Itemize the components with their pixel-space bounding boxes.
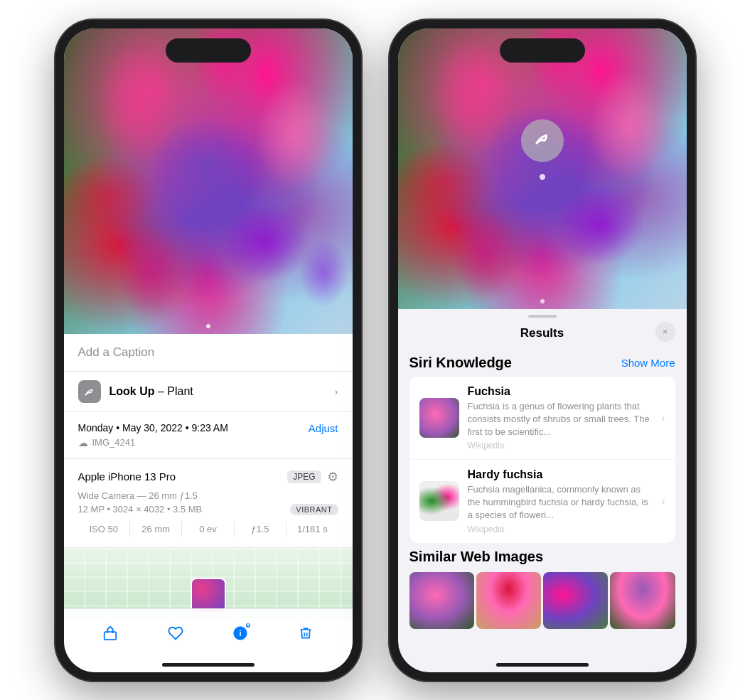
lookup-chevron: ›	[335, 386, 338, 397]
page-dot-right	[540, 299, 545, 303]
results-body: Siri Knowledge Show More Fuchsia Fuchsia…	[398, 346, 687, 629]
dynamic-island-left	[166, 38, 251, 63]
flower-overlay-right	[398, 28, 687, 309]
similar-img-3[interactable]	[543, 572, 608, 629]
filename: IMG_4241	[92, 437, 136, 448]
result-card: Fuchsia Fuchsia is a genus of flowering …	[409, 377, 675, 543]
meta-filename-row: ☁ IMG_4241	[78, 437, 338, 448]
similar-section: Similar Web Images	[409, 549, 675, 629]
device-name: Apple iPhone 13 Pro	[78, 470, 176, 483]
results-panel: Results × Siri Knowledge Show More	[398, 309, 687, 629]
similar-images	[409, 572, 675, 629]
result-chevron-hardy: ›	[662, 495, 665, 507]
info-content-left: Add a Caption Look Up – Plant › Mon	[64, 334, 353, 619]
result-name-hardy: Hardy fuchsia	[468, 468, 653, 481]
svg-text:i: i	[240, 629, 242, 637]
similar-img-2[interactable]	[476, 572, 541, 629]
device-badges: JPEG ⚙	[287, 469, 338, 485]
home-indicator-left	[162, 663, 255, 667]
lookup-row[interactable]: Look Up – Plant ›	[64, 372, 353, 412]
result-desc-fuchsia: Fuchsia is a genus of flowering plants t…	[468, 400, 653, 439]
result-desc-hardy: Fuchsia magellanica, commonly known as t…	[468, 483, 653, 522]
lookup-dot	[540, 174, 545, 180]
result-text-hardy: Hardy fuchsia Fuchsia magellanica, commo…	[468, 468, 653, 534]
right-phone-screen: Results × Siri Knowledge Show More	[398, 28, 687, 672]
svg-rect-0	[105, 632, 117, 640]
results-header: Results ×	[398, 318, 687, 346]
share-button[interactable]	[100, 623, 120, 643]
exif-focal: 26 mm	[130, 521, 182, 537]
device-row: Apple iPhone 13 Pro JPEG ⚙	[78, 469, 338, 485]
photo-area-right	[398, 28, 687, 309]
map-thumb-img	[192, 579, 225, 612]
caption-area[interactable]: Add a Caption	[64, 334, 353, 372]
result-thumb-fuchsia	[419, 398, 459, 438]
camera-details: Wide Camera — 26 mm ƒ1.5	[78, 490, 338, 501]
fuchsia-thumb-img	[419, 398, 459, 438]
home-indicator-right	[496, 663, 589, 667]
result-item-fuchsia[interactable]: Fuchsia Fuchsia is a genus of flowering …	[409, 377, 675, 461]
result-source-hardy: Wikipedia	[468, 524, 653, 534]
format-badge: JPEG	[287, 470, 321, 483]
exif-aperture: ƒ1.5	[235, 521, 286, 537]
meta-date: Monday • May 30, 2022 • 9:23 AM	[78, 422, 228, 434]
result-name-fuchsia: Fuchsia	[468, 385, 653, 398]
result-chevron-fuchsia: ›	[662, 412, 665, 424]
left-phone: Add a Caption Look Up – Plant › Mon	[55, 20, 361, 681]
specs-text: 12 MP • 3024 × 4032 • 3.5 MB	[78, 504, 203, 515]
flower-overlay-left	[64, 28, 353, 334]
siri-knowledge-header: Siri Knowledge Show More	[409, 346, 675, 377]
visual-lookup-button[interactable]	[521, 119, 564, 162]
vibrant-badge: VIBRANT	[290, 504, 338, 515]
result-thumb-hardy	[419, 481, 459, 521]
right-phone: Results × Siri Knowledge Show More	[390, 20, 695, 681]
gear-icon[interactable]: ⚙	[327, 469, 338, 485]
info-button[interactable]: i ✦	[230, 623, 250, 643]
flower-photo-left	[64, 28, 353, 334]
meta-section: Monday • May 30, 2022 • 9:23 AM Adjust ☁…	[64, 412, 353, 459]
cloud-icon: ☁	[78, 437, 88, 448]
dynamic-island-right	[500, 38, 585, 63]
device-section: Apple iPhone 13 Pro JPEG ⚙ Wide Camera —…	[64, 459, 353, 548]
siri-knowledge-title: Siri Knowledge	[409, 355, 512, 371]
lookup-icon	[78, 380, 101, 403]
exif-iso: ISO 50	[78, 521, 130, 537]
result-text-fuchsia: Fuchsia Fuchsia is a genus of flowering …	[468, 385, 653, 451]
page-dot-left	[206, 324, 210, 328]
caption-placeholder: Add a Caption	[78, 345, 155, 359]
show-more-button[interactable]: Show More	[621, 357, 675, 369]
lookup-label: Look Up – Plant	[109, 385, 193, 398]
results-title: Results	[520, 326, 564, 340]
left-phone-screen: Add a Caption Look Up – Plant › Mon	[64, 28, 353, 672]
exif-row: ISO 50 26 mm 0 ev ƒ1.5 1/181 s	[78, 521, 338, 537]
similar-title: Similar Web Images	[409, 549, 675, 565]
exif-shutter: 1/181 s	[286, 521, 338, 537]
similar-img-1[interactable]	[409, 572, 474, 629]
result-item-hardy[interactable]: Hardy fuchsia Fuchsia magellanica, commo…	[409, 460, 675, 543]
specs-row: 12 MP • 3024 × 4032 • 3.5 MB VIBRANT	[78, 504, 338, 515]
similar-img-4[interactable]	[610, 572, 675, 629]
leaf-icon	[533, 129, 552, 152]
heart-button[interactable]	[166, 623, 186, 643]
hardy-thumb-img	[419, 481, 459, 521]
exif-ev: 0 ev	[182, 521, 234, 537]
adjust-button[interactable]: Adjust	[309, 422, 338, 434]
trash-button[interactable]	[296, 623, 316, 643]
photo-area-left[interactable]	[64, 28, 353, 334]
result-source-fuchsia: Wikipedia	[468, 441, 653, 451]
results-close-button[interactable]: ×	[655, 322, 675, 342]
meta-date-row: Monday • May 30, 2022 • 9:23 AM Adjust	[78, 422, 338, 434]
